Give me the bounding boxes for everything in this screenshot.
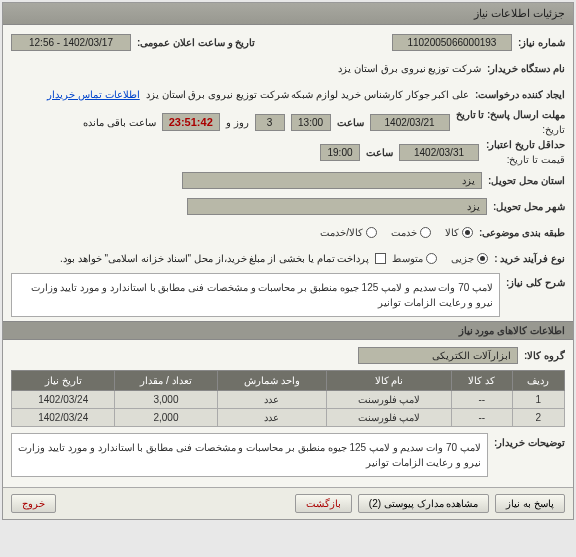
need-number-value: 1102005066000193 xyxy=(392,34,512,51)
days-label: روز و xyxy=(226,117,249,128)
payment-note: پرداخت تمام یا بخشی از مبلغ خرید،از محل … xyxy=(60,253,369,264)
items-table: ردیفکد کالانام کالاواحد شمارشتعداد / مقد… xyxy=(11,370,565,427)
window-title: جزئیات اطلاعات نیاز xyxy=(3,3,573,25)
back-button[interactable]: بازگشت xyxy=(295,494,352,513)
process-option-0[interactable]: جزیی xyxy=(451,253,488,264)
radio-dot-icon xyxy=(366,227,377,238)
exit-button[interactable]: خروج xyxy=(11,494,56,513)
table-cell: عدد xyxy=(217,391,327,409)
creator-label: ایجاد کننده درخواست: xyxy=(475,89,565,100)
radio-label: جزیی xyxy=(451,253,474,264)
row-buyer-org: نام دستگاه خریدار: شرکت توزیع نیروی برق … xyxy=(11,57,565,79)
table-cell: 1402/03/24 xyxy=(12,391,115,409)
row-creator: ایجاد کننده درخواست: علی اکبر جوکار کارش… xyxy=(11,83,565,105)
group-value: ابزارآلات الکتریکی xyxy=(358,347,518,364)
process-label: نوع فرآیند خرید : xyxy=(494,253,565,264)
row-price-validity: حداقل تاریخ اعتبار: قیمت تا تاریخ: 1402/… xyxy=(11,139,565,165)
table-header-cell: تعداد / مقدار xyxy=(115,371,217,391)
table-header-cell: کد کالا xyxy=(452,371,513,391)
table-cell: لامپ فلورسنت xyxy=(327,409,452,427)
row-deliver-province: استان محل تحویل: یزد xyxy=(11,169,565,191)
need-details-window: جزئیات اطلاعات نیاز شماره نیاز: 11020050… xyxy=(2,2,574,520)
buyer-org-label: نام دستگاه خریدار: xyxy=(487,63,565,74)
deliver-province: یزد xyxy=(182,172,482,189)
need-kind-option-2[interactable]: کالا/خدمت xyxy=(320,227,377,238)
announce-value: 1402/03/17 - 12:56 xyxy=(11,34,131,51)
deadline-tarikh-label: تاریخ: xyxy=(456,124,565,135)
radio-dot-icon xyxy=(426,253,437,264)
radio-label: خدمت xyxy=(391,227,417,238)
table-row[interactable]: 1--لامپ فلورسنتعدد3,0001402/03/24 xyxy=(12,391,565,409)
footer-buttons: پاسخ به نیاز مشاهده مدارک پیوستی (2) باز… xyxy=(3,487,573,519)
table-header-cell: ردیف xyxy=(512,371,564,391)
row-deliver-city: شهر محل تحویل: یزد xyxy=(11,195,565,217)
summary-text: لامپ 70 وات سدیم و لامپ 125 جیوه منطبق ب… xyxy=(11,273,500,317)
need-number-label: شماره نیاز: xyxy=(518,37,565,48)
deadline-time: 13:00 xyxy=(291,114,331,131)
row-buyer-desc: توضیحات خریدار: لامپ 70 وات سدیم و لامپ … xyxy=(11,433,565,477)
deliver-city: یزد xyxy=(187,198,487,215)
process-option-1[interactable]: متوسط xyxy=(392,253,437,264)
radio-dot-icon xyxy=(462,227,473,238)
table-row[interactable]: 2--لامپ فلورسنتعدد2,0001402/03/24 xyxy=(12,409,565,427)
table-header-cell: واحد شمارش xyxy=(217,371,327,391)
price-valid-time: 19:00 xyxy=(320,144,360,161)
row-deadline: مهلت ارسال پاسخ: تا تاریخ تاریخ: 1402/03… xyxy=(11,109,565,135)
table-cell: 3,000 xyxy=(115,391,217,409)
need-kind-label: طبقه بندی موضوعی: xyxy=(479,227,565,238)
price-valid-top: حداقل تاریخ اعتبار: xyxy=(485,139,565,150)
items-section-header: اطلاعات کالاهای مورد نیاز xyxy=(3,321,573,340)
deliver-city-label: شهر محل تحویل: xyxy=(493,201,565,212)
table-cell: لامپ فلورسنت xyxy=(327,391,452,409)
content-area: شماره نیاز: 1102005066000193 تاریخ و ساع… xyxy=(3,25,573,487)
deadline-date: 1402/03/21 xyxy=(370,114,450,131)
need-kind-radios: کالاخدمتکالا/خدمت xyxy=(320,227,473,238)
need-kind-option-1[interactable]: خدمت xyxy=(391,227,431,238)
price-valid-date: 1402/03/31 xyxy=(399,144,479,161)
buyer-desc-label: توضیحات خریدار: xyxy=(494,433,565,448)
table-cell: 2 xyxy=(512,409,564,427)
countdown-value: 23:51:42 xyxy=(162,113,220,131)
price-valid-label: قیمت تا تاریخ: xyxy=(485,154,565,165)
row-need-number: شماره نیاز: 1102005066000193 تاریخ و ساع… xyxy=(11,31,565,53)
table-header-cell: نام کالا xyxy=(327,371,452,391)
row-process: نوع فرآیند خرید : جزییمتوسط پرداخت تمام … xyxy=(11,247,565,269)
table-cell: -- xyxy=(452,391,513,409)
table-header-cell: تاریخ نیاز xyxy=(12,371,115,391)
process-radios: جزییمتوسط xyxy=(392,253,488,264)
group-label: گروه کالا: xyxy=(524,350,565,361)
deliver-province-label: استان محل تحویل: xyxy=(488,175,565,186)
creator-value: علی اکبر جوکار کارشناس خرید لوازم شبکه ش… xyxy=(146,89,469,100)
summary-label: شرح کلی نیاز: xyxy=(506,273,565,288)
radio-label: متوسط xyxy=(392,253,423,264)
need-kind-option-0[interactable]: کالا xyxy=(445,227,473,238)
table-cell: 1402/03/24 xyxy=(12,409,115,427)
table-cell: 2,000 xyxy=(115,409,217,427)
days-value: 3 xyxy=(255,114,285,131)
table-cell: عدد xyxy=(217,409,327,427)
table-cell: 1 xyxy=(512,391,564,409)
contact-info-link[interactable]: اطلاعات تماس خریدار xyxy=(47,89,140,100)
deadline-time-label: ساعت xyxy=(337,117,364,128)
radio-label: کالا/خدمت xyxy=(320,227,363,238)
reply-button[interactable]: پاسخ به نیاز xyxy=(495,494,565,513)
attachments-button[interactable]: مشاهده مدارک پیوستی (2) xyxy=(358,494,490,513)
radio-dot-icon xyxy=(477,253,488,264)
payment-checkbox[interactable] xyxy=(375,253,386,264)
remain-label: ساعت باقی مانده xyxy=(83,117,156,128)
table-cell: -- xyxy=(452,409,513,427)
table-header-row: ردیفکد کالانام کالاواحد شمارشتعداد / مقد… xyxy=(12,371,565,391)
buyer-desc-text: لامپ 70 وات سدیم و لامپ 125 جیوه منطبق ب… xyxy=(11,433,488,477)
announce-label: تاریخ و ساعت اعلان عمومی: xyxy=(137,37,255,48)
radio-dot-icon xyxy=(420,227,431,238)
row-need-kind: طبقه بندی موضوعی: کالاخدمتکالا/خدمت xyxy=(11,221,565,243)
row-summary: شرح کلی نیاز: لامپ 70 وات سدیم و لامپ 12… xyxy=(11,273,565,317)
radio-label: کالا xyxy=(445,227,459,238)
price-valid-time-label: ساعت xyxy=(366,147,393,158)
buyer-org-value: شرکت توزیع نیروی برق استان یزد xyxy=(338,63,481,74)
deadline-sub-label: مهلت ارسال پاسخ: تا تاریخ xyxy=(456,109,565,120)
row-group: گروه کالا: ابزارآلات الکتریکی xyxy=(11,344,565,366)
